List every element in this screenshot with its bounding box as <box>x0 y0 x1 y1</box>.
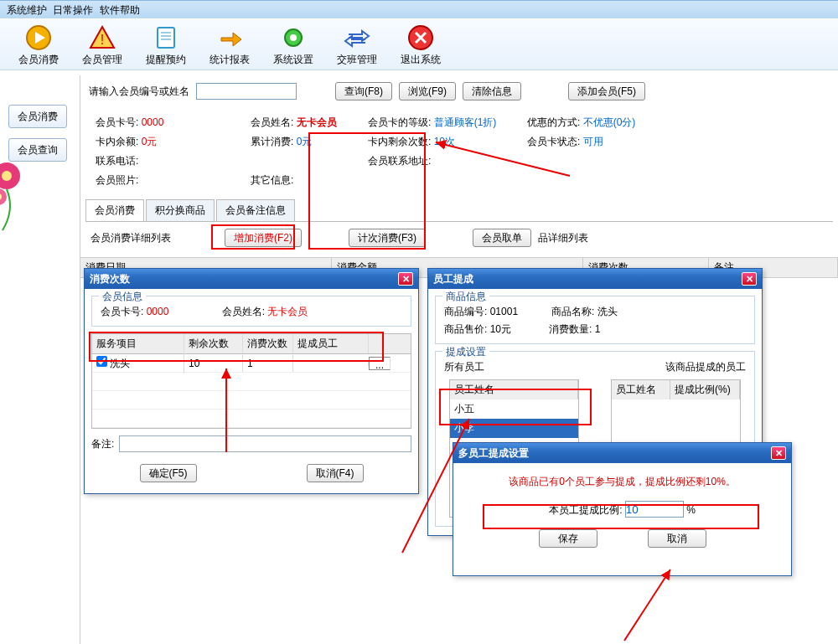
pull-order-button[interactable]: 会员取单 <box>473 229 531 247</box>
tb-settings[interactable]: 系统设置 <box>261 23 325 66</box>
svg-point-9 <box>290 34 297 41</box>
detail-label: 会员消费详细列表 <box>91 231 171 245</box>
state: 可用 <box>583 136 603 147</box>
dlg1-cancel-button[interactable]: 取消(F4) <box>307 464 364 482</box>
tb-shift[interactable]: 交班管理 <box>325 23 389 66</box>
menu-daily[interactable]: 日常操作 <box>53 4 93 16</box>
add-consume-button[interactable]: 增加消费(F2) <box>225 229 302 247</box>
tab-consume[interactable]: 会员消费 <box>85 199 144 221</box>
member-name: 无卡会员 <box>297 116 337 128</box>
emp-row-selected[interactable]: 小李 <box>450 419 578 438</box>
rate-input[interactable] <box>625 501 684 518</box>
side-tab-consume[interactable]: 会员消费 <box>8 105 67 128</box>
remain: 10次 <box>434 136 455 147</box>
menubar: 系统维护 日常操作 软件帮助 <box>0 0 838 18</box>
consume-count-dialog: 消费次数 ✕ 会员信息 会员卡号: 0000 会员姓名: 无卡会员 服务项目 剩… <box>84 268 419 494</box>
tb-exit[interactable]: 退出系统 <box>389 23 453 66</box>
side-tab-query[interactable]: 会员查询 <box>8 138 67 162</box>
arrow-icon <box>216 24 243 51</box>
query-button[interactable]: 查询(F8) <box>335 82 392 100</box>
warning-icon: ! <box>89 24 116 51</box>
member-discount: 不优惠(0分) <box>583 116 636 128</box>
dlg3-close-icon[interactable]: ✕ <box>771 446 786 460</box>
toolbar: 会员消费 ! 会员管理 提醒预约 统计报表 系统设置 交班管理 退出系统 <box>0 18 838 70</box>
svc-check[interactable] <box>96 356 107 367</box>
play-icon <box>25 24 52 51</box>
dlg3-save-button[interactable]: 保存 <box>539 529 597 548</box>
svg-text:!: ! <box>101 33 104 47</box>
dlg2-titlebar[interactable]: 员工提成 ✕ <box>428 269 762 289</box>
tb-member-consume[interactable]: 会员消费 <box>7 23 70 66</box>
dlg3-cancel-button[interactable]: 取消 <box>648 529 706 548</box>
dlg3-titlebar[interactable]: 多员工提成设置 ✕ <box>453 443 791 463</box>
detail-tail: 品详细列表 <box>538 231 588 245</box>
menu-system[interactable]: 系统维护 <box>7 4 47 16</box>
tb-stats[interactable]: 统计报表 <box>198 23 261 66</box>
swap-icon <box>344 24 370 51</box>
remark-input[interactable] <box>119 435 411 452</box>
ellipsis-button[interactable]: ... <box>369 357 391 370</box>
notebook-icon <box>153 24 179 51</box>
dlg2-close-icon[interactable]: ✕ <box>742 272 757 286</box>
multi-commission-dialog: 多员工提成设置 ✕ 该商品已有0个员工参与提成，提成比例还剩10%。 本员工提成… <box>453 442 792 576</box>
search-label: 请输入会员编号或姓名 <box>89 85 189 99</box>
dlg1-close-icon[interactable]: ✕ <box>398 272 413 286</box>
total: 0元 <box>297 136 313 147</box>
dlg3-tip: 该商品已有0个员工参与提成，提成比例还剩10%。 <box>470 475 774 489</box>
card-no: 0000 <box>142 116 164 128</box>
dlg1-ok-button[interactable]: 确定(F5) <box>140 464 197 482</box>
sub-tabs: 会员消费 积分换商品 会员备注信息 <box>85 199 833 222</box>
close-icon <box>407 24 434 51</box>
member-level: 普通顾客(1折) <box>434 116 497 128</box>
browse-button[interactable]: 浏览(F9) <box>399 82 456 100</box>
tab-notes[interactable]: 会员备注信息 <box>216 199 295 221</box>
member-info: 会员卡号: 0000 会员姓名: 无卡会员 会员卡的等级: 普通顾客(1折) 优… <box>80 107 838 196</box>
dlg1-titlebar[interactable]: 消费次数 ✕ <box>85 269 418 289</box>
tab-points[interactable]: 积分换商品 <box>146 199 215 221</box>
tb-remind[interactable]: 提醒预约 <box>134 23 198 66</box>
emp-row[interactable]: 小五 <box>450 399 578 419</box>
count-consume-button[interactable]: 计次消费(F3) <box>349 229 426 247</box>
service-row[interactable]: 洗头 10 1 ... <box>92 354 411 373</box>
menu-help[interactable]: 软件帮助 <box>100 4 140 16</box>
svg-rect-4 <box>158 28 174 48</box>
add-member-button[interactable]: 添加会员(F5) <box>568 82 645 100</box>
clear-button[interactable]: 清除信息 <box>463 82 521 100</box>
side-tabs: 会员消费 会员查询 <box>8 105 67 172</box>
service-table: 服务项目 剩余次数 消费次数 提成员工 洗头 10 1 ... <box>91 333 411 429</box>
svg-point-14 <box>2 171 12 181</box>
gear-icon <box>280 24 307 51</box>
tb-member-manage[interactable]: ! 会员管理 <box>70 23 134 66</box>
search-input[interactable] <box>196 83 297 100</box>
balance: 0元 <box>142 136 158 147</box>
